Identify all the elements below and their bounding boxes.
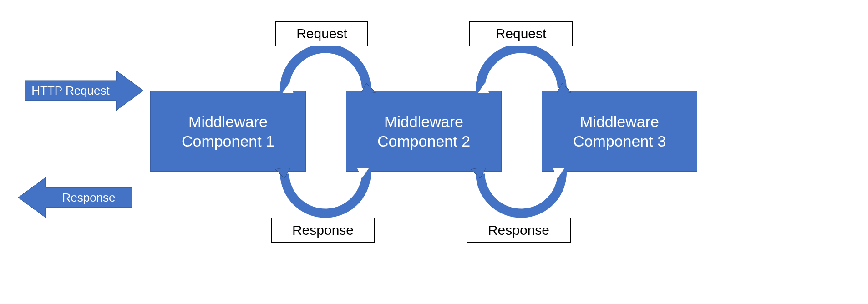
middleware-box-2: Middleware Component 2 (346, 91, 502, 172)
request-label-1-2-text: Request (296, 26, 347, 41)
middleware-box-1-label: Middleware Component 1 (182, 112, 274, 151)
response-label-3-2: Response (467, 218, 571, 243)
http-response-arrow: Response (18, 177, 132, 218)
http-request-arrow: HTTP Request (25, 71, 143, 111)
response-label-2-1-text: Response (292, 223, 354, 238)
http-response-label: Response (62, 191, 115, 205)
middleware-box-3: Middleware Component 3 (542, 91, 697, 172)
middleware-box-3-label: Middleware Component 3 (573, 112, 666, 151)
http-request-label: HTTP Request (31, 84, 109, 98)
request-label-2-3: Request (469, 21, 573, 46)
middleware-box-2-label: Middleware Component 2 (377, 112, 470, 151)
middleware-pipeline-diagram: HTTP Request Response Middleware Compone… (0, 0, 868, 304)
request-label-1-2: Request (275, 21, 368, 46)
request-label-2-3-text: Request (496, 26, 547, 41)
response-label-3-2-text: Response (488, 223, 549, 238)
response-label-2-1: Response (271, 218, 375, 243)
middleware-box-1: Middleware Component 1 (150, 91, 306, 172)
